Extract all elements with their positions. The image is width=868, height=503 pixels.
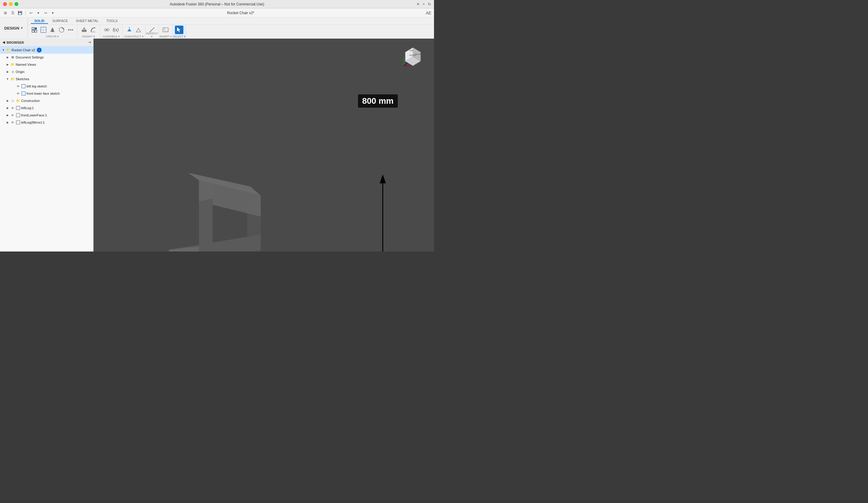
create-sketch-icon[interactable] <box>39 25 48 34</box>
design-menu-button[interactable]: DESIGN ▼ <box>0 18 28 39</box>
tab-tools[interactable]: TOOLS <box>103 18 121 24</box>
svg-rect-3 <box>35 30 37 32</box>
sketches-arrow[interactable] <box>6 77 10 81</box>
leftleg1-arrow[interactable] <box>6 106 10 110</box>
doc-settings-arrow[interactable] <box>6 55 10 60</box>
titlebar-right: ✕ ＋ ↻ <box>416 1 431 7</box>
tree-item-construction[interactable]: ⊙ 📁 Construction <box>0 97 93 104</box>
close-button[interactable] <box>3 2 7 6</box>
named-views-arrow[interactable] <box>6 62 10 67</box>
browser-label: BROWSER <box>7 41 24 44</box>
front-lower-face-arrow <box>11 91 15 96</box>
svg-marker-15 <box>83 27 85 29</box>
minimize-button[interactable] <box>9 2 13 6</box>
construct-group: CONSTRUCT ▾ <box>123 25 145 39</box>
front-lower-face-label: front lower face sketch <box>27 92 60 95</box>
tree-item-frontlowerface1[interactable]: 👁 frontLowerFace:1 <box>0 112 93 119</box>
main-content: ◀ BROWSER ⊣ 📁 Rocket Chair v2 ✓ ⚙ Docume… <box>0 39 434 251</box>
modify-group: MODIFY ▾ <box>78 25 100 39</box>
select-icon[interactable] <box>175 25 183 34</box>
maximize-button[interactable] <box>14 2 18 6</box>
front-lower-face-visibility-icon[interactable]: 👁 <box>16 91 21 96</box>
svg-marker-57 <box>188 173 261 196</box>
browser-collapse-icon[interactable]: ◀ <box>2 40 5 44</box>
undo-button[interactable]: ↩ <box>28 10 34 16</box>
construction-arrow[interactable] <box>6 98 10 103</box>
tree-item-leftleg1[interactable]: 👁 leftLeg:1 <box>0 104 93 112</box>
grid-icon[interactable]: ⊞ <box>2 10 9 16</box>
frontlowerface1-visibility-icon[interactable]: 👁 <box>10 113 15 118</box>
inspect-label: INSPECT ▾ <box>145 32 159 38</box>
tree-item-document-settings[interactable]: ⚙ Document Settings <box>0 54 93 61</box>
undo-dropdown[interactable]: ▾ <box>35 10 41 16</box>
save-button[interactable]: 💾 <box>17 10 23 16</box>
left-leg-arrow <box>11 84 15 88</box>
browser-tree: 📁 Rocket Chair v2 ✓ ⚙ Document Settings … <box>0 46 93 251</box>
3d-viewport[interactable]: FRONT RIGHT TOP X Z <box>93 39 434 251</box>
fillet-icon[interactable] <box>89 25 97 34</box>
tab-surface[interactable]: SURFACE <box>49 18 72 24</box>
tab-row: SOLID SURFACE SHEET METAL TOOLS <box>28 18 434 25</box>
browser-pin-icon[interactable]: ⊣ <box>88 41 91 44</box>
named-views-label: Named Views <box>16 63 36 66</box>
construct-more-icon[interactable] <box>134 25 143 34</box>
offset-plane-icon[interactable] <box>125 25 134 34</box>
svg-rect-30 <box>22 92 25 95</box>
construction-label: Construction <box>21 99 40 103</box>
svg-rect-14 <box>82 30 86 32</box>
extrude-icon[interactable] <box>48 25 57 34</box>
svg-text:RIGHT: RIGHT <box>415 53 421 55</box>
refresh-icon[interactable]: ↻ <box>428 2 431 6</box>
origin-arrow[interactable] <box>6 70 10 74</box>
dimension-800-label: 800 mm <box>358 94 398 108</box>
sketches-label: Sketches <box>16 77 29 81</box>
tree-item-leftlegmirror1[interactable]: 👁 leftLeg(Mirror):1 <box>0 119 93 126</box>
redo-button[interactable]: ↪ <box>42 10 49 16</box>
leftleg1-visibility-icon[interactable]: 👁 <box>10 106 15 111</box>
svg-rect-31 <box>16 106 20 110</box>
root-arrow[interactable] <box>1 48 6 52</box>
redo-dropdown[interactable]: ▾ <box>50 10 56 16</box>
tree-item-sketches[interactable]: 📁 Sketches <box>0 75 93 83</box>
front-lower-face-sketch-icon <box>21 91 26 96</box>
window-title: Autodesk Fusion 360 (Personal – Not for … <box>170 2 264 6</box>
revolve-icon[interactable] <box>57 25 66 34</box>
leftlegmirror1-visibility-icon[interactable]: 👁 <box>10 120 15 125</box>
formula-icon[interactable]: f(x) <box>112 25 120 34</box>
toolbar-groups: CREATE ▾ MODIFY ▾ <box>28 25 434 39</box>
tree-item-named-views[interactable]: 📁 Named Views <box>0 61 93 68</box>
leftlegmirror1-arrow[interactable] <box>6 120 10 125</box>
press-pull-icon[interactable] <box>80 25 89 34</box>
svg-marker-22 <box>136 28 141 32</box>
tree-item-front-lower-face[interactable]: 👁 front lower face sketch <box>0 90 93 97</box>
new-component-icon[interactable] <box>30 25 39 34</box>
menu-icon[interactable]: ☰ <box>10 10 16 16</box>
viewport-svg <box>93 39 434 251</box>
close-icon[interactable]: ✕ <box>416 2 420 6</box>
svg-text:TOP: TOP <box>409 50 413 52</box>
window-controls <box>3 2 18 6</box>
tab-solid[interactable]: SOLID <box>31 18 48 24</box>
construct-label: CONSTRUCT ▾ <box>123 35 145 38</box>
create-more-icon[interactable] <box>66 25 75 34</box>
joint-icon[interactable] <box>103 25 111 34</box>
insert-image-icon[interactable] <box>161 25 170 34</box>
tree-item-origin[interactable]: ⊕ Origin <box>0 68 93 75</box>
insert-label: INSERT ▾ <box>159 35 172 38</box>
create-label: CREATE ▾ <box>28 35 77 38</box>
frontlowerface1-label: frontLowerFace:1 <box>21 113 47 117</box>
root-icon: 📁 <box>6 48 11 52</box>
tree-item-left-leg-sketch[interactable]: 👁 left leg sketch <box>0 83 93 90</box>
svg-point-12 <box>70 29 71 30</box>
svg-line-42 <box>404 63 407 66</box>
left-leg-visibility-icon[interactable]: 👁 <box>16 84 21 89</box>
left-leg-sketch-icon <box>21 84 26 89</box>
tree-item-root[interactable]: 📁 Rocket Chair v2 ✓ <box>0 46 93 54</box>
tab-sheet-metal[interactable]: SHEET METAL <box>72 18 102 24</box>
nav-cube[interactable]: FRONT RIGHT TOP X Z <box>401 45 425 69</box>
user-avatar[interactable]: AE <box>425 10 432 16</box>
inspect-group: INSPECT ▾ <box>145 25 159 39</box>
browser-sidebar: ◀ BROWSER ⊣ 📁 Rocket Chair v2 ✓ ⚙ Docume… <box>0 39 93 251</box>
frontlowerface1-arrow[interactable] <box>6 113 10 117</box>
add-icon[interactable]: ＋ <box>422 1 425 7</box>
